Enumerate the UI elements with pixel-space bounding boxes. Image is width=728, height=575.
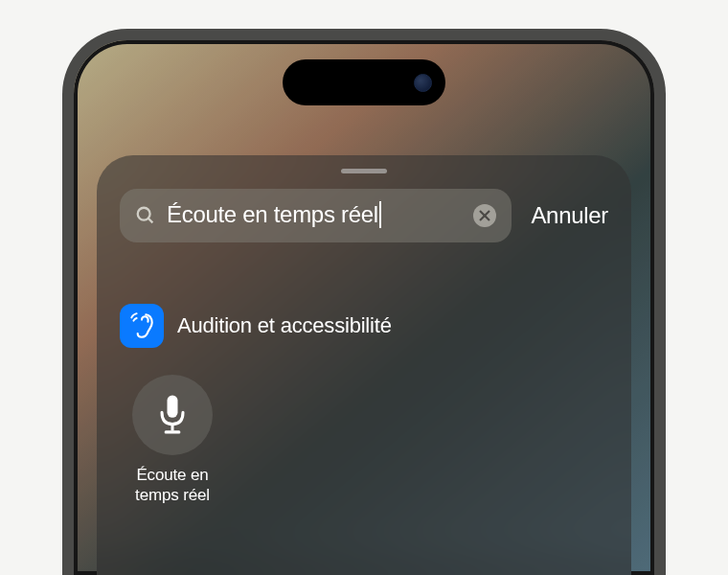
svg-rect-4 — [168, 395, 178, 417]
clear-search-button[interactable] — [473, 204, 496, 227]
control-label: Écoute entemps réel — [135, 465, 210, 506]
search-row: Écoute en temps réel Annuler — [120, 189, 608, 242]
hearing-accessibility-icon-box — [120, 304, 164, 348]
phone-frame: Écoute en temps réel Annuler — [62, 29, 666, 575]
camera-dot — [414, 74, 432, 92]
close-icon — [479, 210, 490, 221]
dynamic-island — [283, 59, 445, 105]
result-category-title: Audition et accessibilité — [177, 313, 392, 338]
result-category-header[interactable]: Audition et accessibilité — [120, 304, 608, 348]
panel-grabber[interactable] — [341, 169, 387, 173]
control-circle — [132, 375, 213, 455]
search-input[interactable]: Écoute en temps réel — [120, 189, 512, 242]
live-listen-control[interactable]: Écoute entemps réel — [120, 375, 225, 506]
search-results: Audition et accessibilité Écoute entemps… — [120, 304, 608, 506]
svg-line-1 — [148, 218, 153, 223]
text-cursor — [379, 201, 382, 228]
cancel-button[interactable]: Annuler — [531, 202, 608, 229]
control-center-search-panel: Écoute en temps réel Annuler — [97, 155, 631, 575]
search-icon — [135, 205, 156, 226]
search-query-text: Écoute en temps réel — [167, 201, 463, 230]
svg-point-0 — [138, 208, 150, 220]
mic-icon — [156, 394, 189, 436]
ear-icon — [129, 311, 154, 340]
